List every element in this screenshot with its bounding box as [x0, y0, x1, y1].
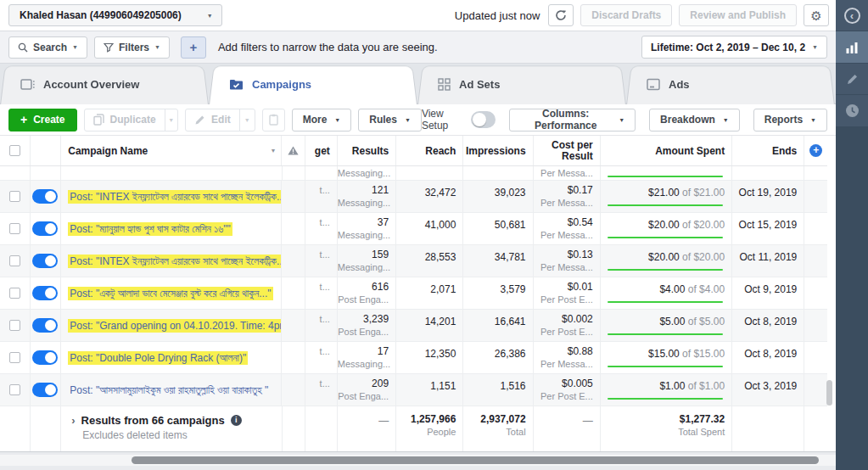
account-selector[interactable]: Khaled Hasan (449906049205006) ▼ [8, 4, 222, 26]
result-type: Messaging... [338, 166, 389, 179]
row-checkbox[interactable] [9, 223, 20, 234]
budget-value: t... [320, 185, 330, 195]
results-cell: 121Messaging... [338, 181, 396, 212]
campaign-active-toggle[interactable] [32, 254, 58, 268]
rules-button[interactable]: Rules ▼ [358, 109, 422, 131]
collapse-panel-button[interactable]: ‹ [836, 0, 868, 31]
charts-panel-button[interactable] [836, 31, 868, 64]
tab-account-overview[interactable]: Account Overview [0, 64, 209, 104]
campaign-active-toggle[interactable] [32, 318, 58, 333]
campaign-active-toggle[interactable] [32, 286, 58, 300]
row-checkbox[interactable] [9, 352, 20, 363]
row-checkbox[interactable] [9, 191, 20, 202]
date-range-selector[interactable]: Lifetime: Oct 2, 2019 – Dec 10, 2 ▼ [641, 36, 827, 59]
tab-ads[interactable]: Ads [626, 64, 835, 104]
reports-button[interactable]: Reports ▼ [753, 109, 827, 131]
search-button[interactable]: Search ▼ [8, 36, 87, 59]
cost-type: Per Post E... [534, 294, 593, 305]
amount-spent-of: of $15.00 [682, 348, 725, 360]
campaign-name-link[interactable]: Post: "Double Pole Drying Rack (আলনা)" [68, 352, 248, 364]
ends-header-label: Ends [772, 145, 797, 157]
row-toggle-cell [31, 181, 62, 212]
tab-ad-sets[interactable]: Ad Sets [417, 64, 626, 104]
add-filter-button[interactable]: + [181, 36, 206, 59]
horizontal-scrollbar-thumb[interactable] [132, 456, 819, 464]
tab-campaigns[interactable]: Campaigns [209, 64, 417, 104]
campaign-name-link[interactable]: Post: "INTEX ইনফ্ল্যাটেবল এয়ারবেড সাথে … [68, 191, 282, 203]
edit-panel-button[interactable] [836, 64, 868, 95]
search-label: Search [33, 42, 67, 53]
reach-header[interactable]: Reach [396, 136, 463, 165]
edit-dropdown[interactable]: ▼ [239, 109, 255, 131]
campaign-active-toggle[interactable] [32, 221, 58, 236]
results-type: Messaging... [338, 197, 389, 209]
amount-spent-cell: $4.00 of $4.00 [601, 277, 732, 309]
amount-spent-cell: $5.00 of $5.00 [601, 310, 732, 341]
breakdown-button[interactable]: Breakdown ▼ [649, 109, 740, 131]
plus-icon: + [20, 114, 27, 126]
settings-button[interactable]: ⚙ [804, 4, 829, 26]
row-end-cell [804, 342, 827, 373]
campaign-active-toggle[interactable] [32, 383, 58, 397]
filters-button[interactable]: Filters ▼ [94, 36, 170, 59]
results-type: Post Enga... [338, 326, 389, 338]
cost-per-result-header[interactable]: Cost per Result [534, 136, 601, 165]
info-icon[interactable]: i [231, 415, 242, 426]
ends-header[interactable]: Ends [732, 136, 804, 165]
reach-value: 2,071 [396, 283, 456, 296]
results-header[interactable]: Results [338, 136, 396, 165]
budget-value: t... [320, 249, 330, 260]
row-end-cell [804, 181, 827, 212]
columns-button[interactable]: Columns: Performance ▼ [509, 109, 636, 131]
budget-header[interactable]: get [305, 136, 338, 165]
results-type: Messaging... [338, 261, 389, 273]
amount-spent-header[interactable]: Amount Spent [601, 136, 732, 165]
amount-spent-value: $20.00 [648, 251, 680, 263]
amount-spent-value: $1.00 [659, 380, 685, 392]
vertical-scrollbar-thumb[interactable] [826, 380, 832, 406]
results-cell: 159Messaging... [338, 245, 396, 277]
amount-spent-cell: $20.00 of $20.00 [601, 245, 732, 277]
spend-progress-bar [608, 204, 723, 206]
ads-icon [647, 78, 660, 91]
campaign-active-toggle[interactable] [32, 350, 58, 365]
clipboard-button[interactable] [262, 109, 285, 131]
view-setup-toggle[interactable] [471, 111, 496, 128]
expand-chevron-icon[interactable]: › [71, 414, 75, 427]
refresh-button[interactable] [548, 4, 574, 26]
row-checkbox[interactable] [9, 255, 20, 266]
impressions-header[interactable]: Impressions [463, 136, 533, 165]
search-icon [18, 42, 28, 53]
results-cell: 17Messaging... [338, 342, 396, 373]
row-checkbox[interactable] [9, 320, 20, 331]
row-checkbox[interactable] [9, 288, 20, 299]
campaign-name-link[interactable]: Post: "ম্যানুয়াল হ্যান্ড পুশ ঘাস কাটার … [68, 223, 232, 235]
create-button[interactable]: + Create [8, 109, 77, 131]
campaign-active-toggle[interactable] [32, 189, 58, 204]
review-publish-button[interactable]: Review and Publish [679, 4, 797, 26]
edit-button[interactable]: Edit [186, 109, 239, 131]
row-toggle-cell [31, 310, 62, 341]
duplicate-icon [93, 114, 104, 126]
tab-label: Campaigns [252, 78, 311, 91]
select-all-checkbox[interactable] [9, 145, 20, 156]
campaign-name-link[interactable]: Post: "একটু আলাদা ভাবে মেসেঞ্জার বুস্ট ক… [68, 288, 272, 299]
row-checkbox[interactable] [9, 384, 20, 395]
discard-drafts-button[interactable]: Discard Drafts [580, 4, 672, 26]
toolbar-right: View Setup Columns: Performance ▼ Breakd… [422, 108, 827, 131]
duplicate-button[interactable]: Duplicate [85, 109, 165, 131]
results-type: Post Enga... [338, 294, 389, 305]
campaign-name-link[interactable]: Post: "আসসালামুয়ালাইকুম ওয়া রাহমাতুল্ল… [68, 384, 270, 396]
table-body: Post: "INTEX ইনফ্ল্যাটেবল এয়ারবেড সাথে … [0, 181, 836, 406]
spend-progress-bar [608, 366, 723, 367]
campaign-name-link[interactable]: Post: "INTEX ইনফ্ল্যাটেবল এয়ারবেড সাথে … [68, 255, 282, 267]
history-panel-button[interactable] [836, 95, 868, 127]
more-button[interactable]: More ▼ [292, 109, 352, 131]
table-row: Post: "INTEX ইনফ্ল্যাটেবল এয়ারবেড সাথে … [0, 181, 827, 213]
results-value: 209 [338, 378, 389, 390]
ends-value: Oct 8, 2019 [732, 348, 797, 361]
campaign-name-link[interactable]: Post: "Grand opening on 04.10.2019. Time… [68, 320, 282, 332]
add-column-icon[interactable]: + [809, 144, 822, 157]
duplicate-dropdown[interactable]: ▼ [165, 109, 178, 131]
campaign-name-header[interactable]: Campaign Name ▼ [61, 136, 282, 165]
